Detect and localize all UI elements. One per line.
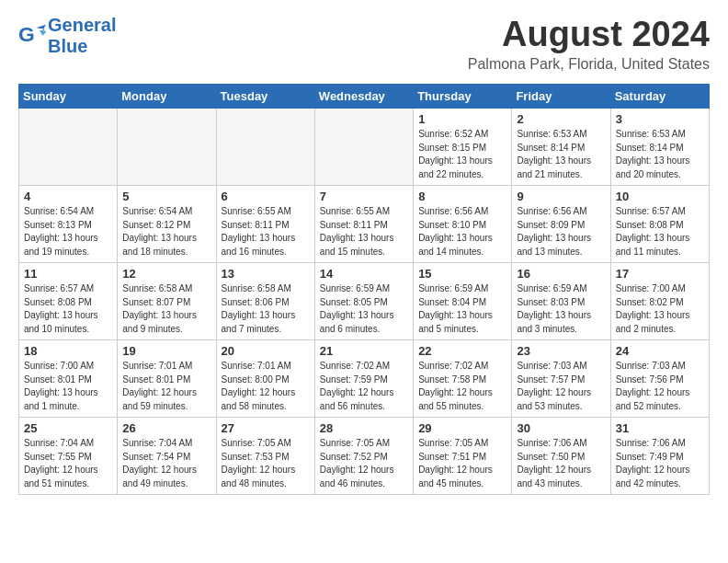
- calendar-header-cell: Friday: [512, 85, 610, 109]
- day-number: 1: [418, 112, 506, 126]
- day-info: Sunrise: 6:57 AM Sunset: 8:08 PM Dayligh…: [24, 282, 112, 336]
- logo-text-general: General: [48, 15, 116, 35]
- calendar-day-cell: 1Sunrise: 6:52 AM Sunset: 8:15 PM Daylig…: [414, 109, 512, 186]
- day-number: 26: [122, 421, 210, 435]
- calendar-header-cell: Saturday: [610, 85, 709, 109]
- calendar-day-cell: 23Sunrise: 7:03 AM Sunset: 7:57 PM Dayli…: [512, 340, 610, 418]
- day-info: Sunrise: 7:06 AM Sunset: 7:49 PM Dayligh…: [616, 437, 704, 490]
- calendar-day-cell: 24Sunrise: 7:03 AM Sunset: 7:56 PM Dayli…: [610, 340, 709, 418]
- calendar-day-cell: 15Sunrise: 6:59 AM Sunset: 8:04 PM Dayli…: [414, 263, 512, 340]
- day-number: 6: [222, 190, 310, 203]
- day-info: Sunrise: 6:59 AM Sunset: 8:05 PM Dayligh…: [320, 282, 408, 336]
- calendar-header-row: SundayMondayTuesdayWednesdayThursdayFrid…: [19, 85, 710, 109]
- calendar-day-cell: 3Sunrise: 6:53 AM Sunset: 8:14 PM Daylig…: [610, 109, 709, 186]
- calendar-day-cell: 21Sunrise: 7:02 AM Sunset: 7:59 PM Dayli…: [314, 340, 413, 418]
- day-info: Sunrise: 7:03 AM Sunset: 7:57 PM Dayligh…: [517, 360, 605, 413]
- calendar-day-cell: [19, 109, 118, 186]
- svg-text:G: G: [18, 23, 35, 46]
- calendar-day-cell: 14Sunrise: 6:59 AM Sunset: 8:05 PM Dayli…: [314, 263, 413, 340]
- calendar-day-cell: 16Sunrise: 6:59 AM Sunset: 8:03 PM Dayli…: [512, 263, 610, 340]
- day-info: Sunrise: 6:53 AM Sunset: 8:14 PM Dayligh…: [616, 128, 704, 181]
- calendar-day-cell: [216, 109, 314, 186]
- calendar-week-row: 18Sunrise: 7:00 AM Sunset: 8:01 PM Dayli…: [19, 340, 710, 418]
- day-info: Sunrise: 6:58 AM Sunset: 8:07 PM Dayligh…: [122, 282, 210, 336]
- day-info: Sunrise: 7:00 AM Sunset: 8:02 PM Dayligh…: [616, 282, 704, 336]
- day-info: Sunrise: 7:00 AM Sunset: 8:01 PM Dayligh…: [24, 360, 112, 413]
- calendar-day-cell: [118, 109, 216, 186]
- day-info: Sunrise: 7:02 AM Sunset: 7:58 PM Dayligh…: [418, 360, 506, 413]
- day-info: Sunrise: 7:03 AM Sunset: 7:56 PM Dayligh…: [616, 360, 704, 413]
- calendar-day-cell: 26Sunrise: 7:04 AM Sunset: 7:54 PM Dayli…: [118, 418, 216, 495]
- day-number: 2: [517, 112, 605, 126]
- day-info: Sunrise: 7:01 AM Sunset: 8:01 PM Dayligh…: [122, 360, 210, 413]
- calendar-day-cell: 22Sunrise: 7:02 AM Sunset: 7:58 PM Dayli…: [414, 340, 512, 418]
- day-number: 21: [320, 344, 408, 358]
- day-number: 4: [24, 190, 112, 203]
- day-info: Sunrise: 7:01 AM Sunset: 8:00 PM Dayligh…: [222, 360, 310, 413]
- day-number: 11: [24, 267, 112, 281]
- logo-text-blue: Blue: [48, 36, 87, 56]
- calendar-day-cell: 2Sunrise: 6:53 AM Sunset: 8:14 PM Daylig…: [512, 109, 610, 186]
- calendar-week-row: 4Sunrise: 6:54 AM Sunset: 8:13 PM Daylig…: [19, 186, 710, 263]
- day-info: Sunrise: 6:55 AM Sunset: 8:11 PM Dayligh…: [222, 205, 310, 259]
- day-info: Sunrise: 7:04 AM Sunset: 7:54 PM Dayligh…: [122, 437, 210, 490]
- day-info: Sunrise: 7:04 AM Sunset: 7:55 PM Dayligh…: [24, 437, 112, 490]
- title-section: August 2024 Palmona Park, Florida, Unite…: [468, 15, 710, 73]
- day-number: 14: [320, 267, 408, 281]
- calendar-week-row: 25Sunrise: 7:04 AM Sunset: 7:55 PM Dayli…: [19, 418, 710, 495]
- calendar-day-cell: 25Sunrise: 7:04 AM Sunset: 7:55 PM Dayli…: [19, 418, 118, 495]
- calendar-day-cell: 27Sunrise: 7:05 AM Sunset: 7:53 PM Dayli…: [216, 418, 314, 495]
- day-number: 12: [122, 267, 210, 281]
- day-info: Sunrise: 6:58 AM Sunset: 8:06 PM Dayligh…: [222, 282, 310, 336]
- logo: G General Blue: [18, 15, 116, 57]
- calendar-day-cell: 31Sunrise: 7:06 AM Sunset: 7:49 PM Dayli…: [610, 418, 709, 495]
- day-number: 15: [418, 267, 506, 281]
- day-info: Sunrise: 7:06 AM Sunset: 7:50 PM Dayligh…: [517, 437, 605, 490]
- month-title: August 2024: [468, 15, 710, 54]
- calendar-header-cell: Tuesday: [216, 85, 314, 109]
- calendar-day-cell: 9Sunrise: 6:56 AM Sunset: 8:09 PM Daylig…: [512, 186, 610, 263]
- calendar-day-cell: 13Sunrise: 6:58 AM Sunset: 8:06 PM Dayli…: [216, 263, 314, 340]
- calendar-day-cell: 17Sunrise: 7:00 AM Sunset: 8:02 PM Dayli…: [610, 263, 709, 340]
- day-number: 17: [616, 267, 704, 281]
- day-number: 7: [320, 190, 408, 203]
- calendar-day-cell: 11Sunrise: 6:57 AM Sunset: 8:08 PM Dayli…: [19, 263, 118, 340]
- calendar-day-cell: 12Sunrise: 6:58 AM Sunset: 8:07 PM Dayli…: [118, 263, 216, 340]
- day-info: Sunrise: 6:56 AM Sunset: 8:09 PM Dayligh…: [517, 205, 605, 259]
- day-number: 20: [222, 344, 310, 358]
- day-info: Sunrise: 6:56 AM Sunset: 8:10 PM Dayligh…: [418, 205, 506, 259]
- day-number: 22: [418, 344, 506, 358]
- calendar-day-cell: 8Sunrise: 6:56 AM Sunset: 8:10 PM Daylig…: [414, 186, 512, 263]
- calendar-header-cell: Monday: [118, 85, 216, 109]
- day-number: 27: [222, 421, 310, 435]
- calendar-day-cell: 5Sunrise: 6:54 AM Sunset: 8:12 PM Daylig…: [118, 186, 216, 263]
- day-number: 29: [418, 421, 506, 435]
- day-info: Sunrise: 6:59 AM Sunset: 8:04 PM Dayligh…: [418, 282, 506, 336]
- day-number: 23: [517, 344, 605, 358]
- day-number: 24: [616, 344, 704, 358]
- day-info: Sunrise: 7:05 AM Sunset: 7:51 PM Dayligh…: [418, 437, 506, 490]
- calendar-day-cell: 6Sunrise: 6:55 AM Sunset: 8:11 PM Daylig…: [216, 186, 314, 263]
- day-info: Sunrise: 6:54 AM Sunset: 8:13 PM Dayligh…: [24, 205, 112, 259]
- day-info: Sunrise: 6:52 AM Sunset: 8:15 PM Dayligh…: [418, 128, 506, 181]
- day-number: 25: [24, 421, 112, 435]
- calendar-day-cell: 20Sunrise: 7:01 AM Sunset: 8:00 PM Dayli…: [216, 340, 314, 418]
- day-number: 13: [222, 267, 310, 281]
- svg-marker-2: [40, 30, 46, 36]
- day-number: 30: [517, 421, 605, 435]
- calendar-week-row: 11Sunrise: 6:57 AM Sunset: 8:08 PM Dayli…: [19, 263, 710, 340]
- calendar-header-cell: Wednesday: [314, 85, 413, 109]
- calendar-day-cell: [314, 109, 413, 186]
- calendar-day-cell: 28Sunrise: 7:05 AM Sunset: 7:52 PM Dayli…: [314, 418, 413, 495]
- day-info: Sunrise: 7:05 AM Sunset: 7:53 PM Dayligh…: [222, 437, 310, 490]
- day-info: Sunrise: 6:57 AM Sunset: 8:08 PM Dayligh…: [616, 205, 704, 259]
- day-number: 31: [616, 421, 704, 435]
- day-number: 5: [122, 190, 210, 203]
- day-info: Sunrise: 7:02 AM Sunset: 7:59 PM Dayligh…: [320, 360, 408, 413]
- day-info: Sunrise: 7:05 AM Sunset: 7:52 PM Dayligh…: [320, 437, 408, 490]
- calendar-day-cell: 10Sunrise: 6:57 AM Sunset: 8:08 PM Dayli…: [610, 186, 709, 263]
- day-number: 10: [616, 190, 704, 203]
- calendar-day-cell: 19Sunrise: 7:01 AM Sunset: 8:01 PM Dayli…: [118, 340, 216, 418]
- day-number: 28: [320, 421, 408, 435]
- calendar-table: SundayMondayTuesdayWednesdayThursdayFrid…: [18, 84, 710, 495]
